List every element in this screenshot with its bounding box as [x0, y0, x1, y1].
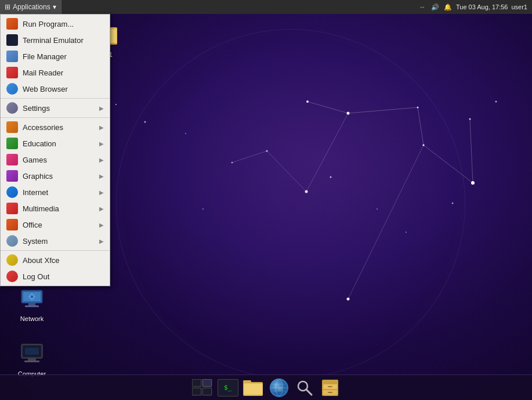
taskbar-search-icon[interactable] — [293, 377, 316, 399]
taskbar-files-icon[interactable] — [319, 377, 342, 399]
terminal-tb-icon: $_ — [218, 379, 238, 397]
applications-menu-button[interactable]: ⊞ Applications ▾ — [0, 0, 61, 14]
svg-point-16 — [305, 190, 308, 193]
run-program-icon — [6, 18, 18, 30]
office-label: Office — [23, 221, 95, 229]
svg-point-11 — [417, 107, 419, 109]
svg-line-7 — [267, 151, 306, 192]
globe-tb-icon — [270, 379, 288, 397]
audio-icon: 🔊 — [430, 2, 440, 12]
menu-item-games[interactable]: Games ▶ — [1, 152, 110, 168]
multimedia-icon — [6, 203, 18, 214]
menu-separator-1 — [1, 98, 110, 99]
desktop-icon-computer[interactable]: Computer — [9, 340, 55, 378]
menu-separator-3 — [1, 250, 110, 251]
web-browser-icon — [6, 83, 18, 95]
topbar-left: ⊞ Applications ▾ — [0, 0, 61, 14]
terminal-icon — [6, 34, 18, 46]
svg-line-2 — [418, 107, 424, 145]
system-label: System — [23, 237, 95, 246]
bell-icon: 🔔 — [443, 2, 453, 12]
svg-rect-54 — [25, 348, 39, 355]
accessories-arrow: ▶ — [99, 124, 104, 131]
settings-icon — [6, 102, 18, 114]
desktop: ⊞ Applications ▾ ↔ 🔊 🔔 Tue 03 Aug, 17:56… — [0, 0, 532, 400]
system-icon — [6, 235, 18, 247]
user-label[interactable]: user1 — [511, 3, 527, 10]
svg-point-21 — [144, 121, 146, 123]
about-label: About Xfce — [23, 256, 104, 265]
computer-desktop-icon — [18, 340, 46, 367]
svg-line-0 — [307, 102, 348, 113]
desktop-icon-network[interactable]: Network — [9, 284, 55, 323]
menu-item-office[interactable]: Office ▶ — [1, 217, 110, 233]
svg-point-19 — [231, 162, 233, 164]
svg-point-23 — [185, 133, 186, 134]
graphics-label: Graphics — [23, 172, 95, 181]
games-arrow: ▶ — [99, 157, 104, 163]
mail-reader-icon — [6, 67, 18, 78]
svg-line-74 — [306, 390, 312, 395]
svg-point-15 — [495, 101, 497, 103]
education-label: Education — [23, 139, 95, 148]
svg-point-27 — [452, 203, 454, 204]
svg-point-44 — [31, 296, 34, 298]
network-icon: ↔ — [418, 2, 427, 12]
app-menu-icon: ⊞ — [5, 3, 10, 11]
menu-item-internet[interactable]: Internet ▶ — [1, 184, 110, 200]
menu-item-mail-reader[interactable]: Mail Reader — [1, 64, 110, 81]
menu-item-settings[interactable]: Settings ▶ — [1, 100, 110, 116]
svg-rect-79 — [328, 392, 332, 393]
system-arrow: ▶ — [99, 238, 104, 244]
svg-line-8 — [232, 151, 267, 163]
svg-point-10 — [347, 112, 350, 115]
svg-rect-60 — [193, 388, 201, 395]
svg-point-26 — [406, 232, 407, 233]
taskbar-globe-icon[interactable] — [267, 377, 291, 399]
accessories-label: Accessories — [23, 123, 95, 132]
taskbar: $_ — [0, 374, 532, 400]
svg-point-18 — [266, 150, 268, 152]
file-manager-icon — [6, 51, 18, 62]
office-icon — [6, 219, 18, 230]
graphics-arrow: ▶ — [99, 173, 104, 179]
taskbar-screen-icon[interactable] — [191, 377, 214, 399]
applications-menu: Run Program... Terminal Emulator File Ma… — [0, 14, 110, 286]
menu-item-graphics[interactable]: Graphics ▶ — [1, 168, 110, 184]
menu-item-about-xfce[interactable]: About Xfce — [1, 252, 110, 268]
menu-separator-2 — [1, 117, 110, 118]
internet-arrow: ▶ — [99, 189, 104, 196]
app-menu-chevron: ▾ — [53, 3, 56, 11]
taskbar-folder-icon[interactable] — [242, 377, 265, 399]
menu-item-log-out[interactable]: Log Out — [1, 268, 110, 284]
menu-item-accessories[interactable]: Accessories ▶ — [1, 119, 110, 135]
menu-item-file-manager[interactable]: File Manager — [1, 48, 110, 64]
menu-item-multimedia[interactable]: Multimedia ▶ — [1, 200, 110, 217]
svg-point-24 — [330, 176, 332, 178]
svg-point-25 — [377, 208, 378, 210]
svg-rect-41 — [28, 303, 35, 305]
menu-item-run-program[interactable]: Run Program... — [1, 16, 110, 32]
menu-item-system[interactable]: System ▶ — [1, 233, 110, 249]
games-icon — [6, 154, 18, 165]
menu-item-education[interactable]: Education ▶ — [1, 135, 110, 152]
log-out-label: Log Out — [23, 272, 104, 281]
system-clock[interactable]: Tue 03 Aug, 17:56 — [456, 3, 508, 10]
graphics-icon — [6, 170, 18, 182]
about-icon — [6, 254, 18, 266]
terminal-label: Terminal Emulator — [23, 36, 104, 45]
svg-rect-42 — [25, 305, 39, 307]
menu-item-web-browser[interactable]: Web Browser — [1, 81, 110, 97]
accessories-icon — [6, 121, 18, 133]
taskbar-terminal-icon[interactable]: $_ — [216, 377, 240, 399]
svg-rect-56 — [193, 380, 201, 386]
svg-rect-78 — [328, 386, 332, 387]
topbar-right: ↔ 🔊 🔔 Tue 03 Aug, 17:56 user1 — [418, 2, 532, 12]
menu-item-terminal[interactable]: Terminal Emulator — [1, 32, 110, 48]
svg-point-13 — [471, 181, 475, 185]
games-label: Games — [23, 156, 95, 164]
run-program-label: Run Program... — [23, 20, 104, 28]
svg-line-4 — [470, 119, 473, 183]
mail-reader-label: Mail Reader — [23, 69, 104, 77]
multimedia-label: Multimedia — [23, 204, 95, 213]
